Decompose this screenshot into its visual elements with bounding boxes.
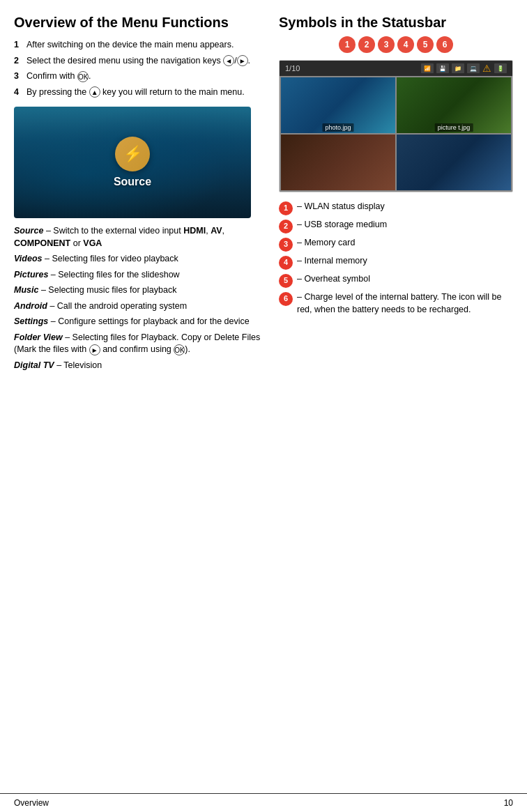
menu-digitaltv-name: Digital TV	[14, 360, 54, 370]
right-title: Symbols in the Statusbar	[279, 14, 513, 31]
menu-item-videos: Videos – Selecting files for video playb…	[14, 253, 265, 266]
menu-settings-desc: – Configure settings for playback and fo…	[51, 316, 250, 326]
menu-videos-desc: – Selecting files for video playback	[45, 254, 178, 263]
footer: Overview 10	[0, 793, 527, 812]
statusbar-image: 1/10 📶 💾 📁 💻 ⚠ 🔋 photo.jpg picture t.jpg	[279, 60, 513, 192]
menu-items-list: Source – Switch to the external video in…	[14, 225, 265, 371]
step-2-num: 2	[14, 55, 22, 68]
symbol-circle-5: 5	[279, 274, 293, 288]
menu-music-name: Music	[14, 285, 38, 295]
menu-music-desc: – Selecting music files for playback	[41, 285, 177, 295]
statusbar-icons: 📶 💾 📁 💻 ⚠ 🔋	[421, 63, 507, 74]
plug-icon	[115, 137, 150, 171]
symbol-3: 3 – Memory card	[279, 237, 513, 252]
symbol-5: 5 – Overheat symbol	[279, 273, 513, 288]
photo-grid: photo.jpg picture t.jpg	[280, 76, 512, 192]
menu-item-music: Music – Selecting music files for playba…	[14, 284, 265, 297]
menu-item-pictures: Pictures – Selecting files for the slide…	[14, 269, 265, 282]
source-label: Source	[114, 176, 151, 188]
menu-android-desc: – Call the android operating system	[49, 301, 187, 311]
menu-android-name: Android	[14, 301, 47, 311]
symbol-circle-2: 2	[279, 220, 293, 233]
menu-pictures-desc: – Selecting files for the slideshow	[51, 270, 180, 279]
menu-source-name: Source	[14, 226, 43, 236]
step-2-text: Select the desired menu using the naviga…	[26, 55, 250, 68]
photo-2: picture t.jpg	[397, 77, 511, 133]
statusbar-topbar: 1/10 📶 💾 📁 💻 ⚠ 🔋	[280, 61, 512, 76]
memcard-icon: 📁	[452, 63, 464, 73]
symbol-6-text: – Charge level of the internal battery. …	[297, 291, 513, 316]
step-1: 1 After switching on the device the main…	[14, 39, 265, 52]
symbol-5-text: – Overheat symbol	[297, 273, 370, 286]
battery-icon: 🔋	[494, 63, 507, 73]
step-3-num: 3	[14, 70, 22, 83]
symbol-1-text: – WLAN status display	[297, 201, 385, 213]
right-nav-icon: ►	[237, 55, 248, 66]
ok-btn-icon: OK	[174, 344, 185, 355]
usb-icon: 💾	[436, 63, 449, 73]
menu-source-desc: – Switch to the external video input HDM…	[14, 226, 224, 248]
step-1-num: 1	[14, 39, 22, 52]
overheat-icon: ⚠	[482, 63, 491, 74]
symbol-2: 2 – USB storage medium	[279, 219, 513, 233]
symbol-6: 6 – Charge level of the internal battery…	[279, 291, 513, 316]
step-2: 2 Select the desired menu using the navi…	[14, 55, 265, 68]
right-btn-icon: ►	[89, 344, 100, 355]
steps-list: 1 After switching on the device the main…	[14, 39, 265, 98]
symbol-circle-1: 1	[279, 201, 293, 215]
menu-videos-name: Videos	[14, 254, 43, 263]
photo-1: photo.jpg	[281, 77, 395, 133]
photo-3	[281, 135, 395, 190]
symbol-1: 1 – WLAN status display	[279, 201, 513, 215]
numbered-circles-row: 1 2 3 4 5 6	[279, 36, 513, 53]
symbol-circle-3: 3	[279, 238, 293, 252]
symbol-circle-4: 4	[279, 256, 293, 270]
circle-4: 4	[397, 36, 414, 53]
footer-right: 10	[504, 798, 513, 808]
photo-1-label: photo.jpg	[322, 123, 353, 132]
up-nav-icon: ▲	[89, 86, 100, 98]
step-4-text: By pressing the ▲ key you will return to…	[26, 86, 245, 99]
symbol-3-text: – Memory card	[297, 237, 355, 250]
ok-icon: OK	[77, 71, 89, 82]
circle-3: 3	[378, 36, 395, 53]
menu-item-source: Source – Switch to the external video in…	[14, 225, 265, 250]
circle-1: 1	[339, 36, 356, 53]
circle-5: 5	[417, 36, 434, 53]
symbol-4-text: – Internal memory	[297, 255, 367, 268]
symbol-4: 4 – Internal memory	[279, 255, 513, 270]
left-column: Overview of the Menu Functions 1 After s…	[14, 14, 265, 375]
photo-2-label: picture t.jpg	[435, 123, 473, 132]
menu-item-digitaltv: Digital TV – Television	[14, 360, 265, 372]
symbol-circle-6: 6	[279, 292, 293, 306]
step-3-text: Confirm with OK.	[26, 70, 91, 83]
photo-4	[397, 135, 511, 190]
left-title: Overview of the Menu Functions	[14, 14, 265, 31]
right-column: Symbols in the Statusbar 1 2 3 4 5 6 1/1…	[279, 14, 513, 375]
menu-settings-name: Settings	[14, 316, 48, 326]
wlan-icon: 📶	[421, 63, 434, 73]
menu-folderview-name: Folder View	[14, 332, 63, 342]
circle-6: 6	[436, 36, 453, 53]
menu-item-settings: Settings – Configure settings for playba…	[14, 316, 265, 328]
step-3: 3 Confirm with OK.	[14, 70, 265, 83]
menu-digitaltv-desc: – Television	[56, 360, 102, 370]
symbol-2-text: – USB storage medium	[297, 219, 387, 231]
step-4-num: 4	[14, 86, 22, 99]
left-nav-icon: ◄	[223, 55, 234, 66]
circle-2: 2	[358, 36, 375, 53]
symbol-list: 1 – WLAN status display 2 – USB storage …	[279, 201, 513, 316]
internal-mem-icon: 💻	[467, 63, 480, 73]
photo-counter: 1/10	[285, 64, 300, 72]
step-4: 4 By pressing the ▲ key you will return …	[14, 86, 265, 99]
device-image: Source	[14, 107, 251, 218]
step-1-text: After switching on the device the main m…	[26, 39, 234, 52]
footer-left: Overview	[14, 798, 49, 808]
menu-item-folderview: Folder View – Selecting files for Playba…	[14, 332, 265, 356]
menu-pictures-name: Pictures	[14, 270, 48, 279]
menu-item-android: Android – Call the android operating sys…	[14, 300, 265, 313]
source-icon-group: Source	[114, 137, 151, 188]
